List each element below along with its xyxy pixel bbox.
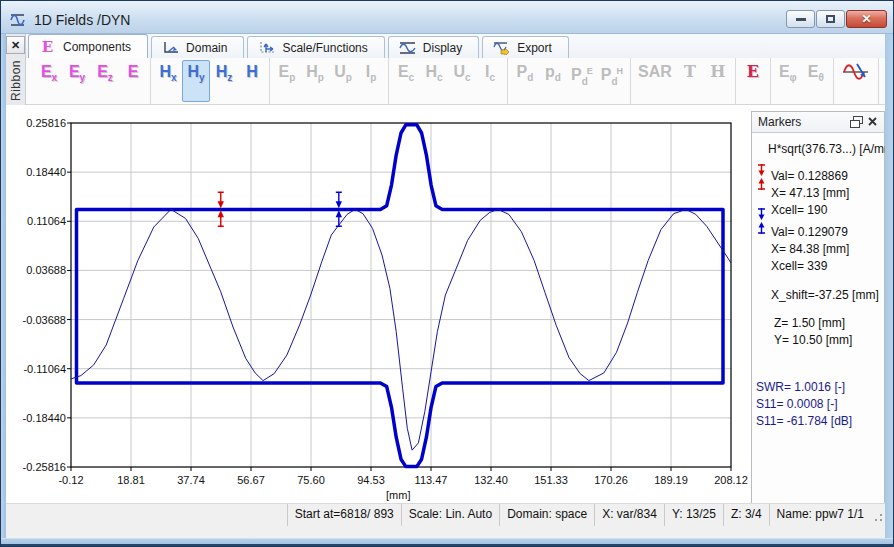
tab-scale-functions[interactable]: Scale/Functions <box>247 36 384 58</box>
e-button[interactable]: E <box>119 60 147 102</box>
h-button[interactable]: H <box>238 60 266 102</box>
component-glyph: PdH <box>601 62 623 91</box>
tab-export[interactable]: Export <box>482 36 569 58</box>
hp-button[interactable]: Hp <box>301 60 329 102</box>
ribbon-close-button[interactable]: ✕ <box>6 36 25 54</box>
tab-domain[interactable]: Domain <box>151 36 244 58</box>
s11-db-value: S11= -61.784 [dB] <box>756 414 852 428</box>
component-glyph: Hz <box>216 62 233 87</box>
waveform-button[interactable] <box>837 60 875 102</box>
ey-button[interactable]: Ey <box>63 60 91 102</box>
field-envelope-curve <box>77 125 724 467</box>
temp-button[interactable]: T <box>676 60 704 102</box>
y-coordinate: Y= 10.50 [mm] <box>774 333 852 347</box>
restore-icon <box>826 15 835 23</box>
etheta-button[interactable]: Eθ <box>802 60 830 102</box>
tab-label: Scale/Functions <box>282 41 367 55</box>
z-coordinate: Z= 1.50 [mm] <box>774 316 845 330</box>
toolbar-group-h-components: HxHyHzH <box>150 58 269 104</box>
ec-button[interactable]: Ec <box>392 60 420 102</box>
status-section-5: Z: 3/4 <box>723 504 769 526</box>
tab-display[interactable]: Display <box>388 36 479 58</box>
x-axis-unit-label: [mm] <box>386 489 410 501</box>
e-field-icon: E <box>39 39 56 54</box>
ic-button[interactable]: Ic <box>476 60 504 102</box>
hy-button[interactable]: Hy <box>182 60 210 102</box>
close-button[interactable]: ✕ <box>846 10 887 28</box>
component-glyph: Hp <box>306 62 324 87</box>
energy-button[interactable]: E <box>739 60 767 102</box>
y-tick-label: -0.03688 <box>6 314 66 326</box>
x-tick-label: 75.60 <box>281 474 341 486</box>
x-tick-label: 113.47 <box>401 474 461 486</box>
tab-label: Components <box>63 40 131 54</box>
x-tick-label: 18.81 <box>101 474 161 486</box>
waveform-icon <box>841 62 871 82</box>
ribbon-vertical-label: Ribbon <box>9 60 23 101</box>
ep-button[interactable]: Ep <box>273 60 301 102</box>
instantaneous-field-curve <box>71 209 731 450</box>
scale-functions-icon <box>258 40 275 55</box>
minimize-button[interactable] <box>786 10 815 28</box>
field-plot[interactable] <box>71 123 731 467</box>
hz-button[interactable]: Hz <box>210 60 238 102</box>
markers-panel-header[interactable]: Markers <box>752 112 884 133</box>
x-tick-label: 94.53 <box>341 474 401 486</box>
enth-button[interactable]: H <box>704 60 732 102</box>
component-glyph: H <box>246 62 258 81</box>
close-panel-icon[interactable] <box>867 116 880 128</box>
component-glyph: Ez <box>97 62 113 87</box>
hx-button[interactable]: Hx <box>154 60 182 102</box>
x-tick-label: 151.33 <box>521 474 581 486</box>
pdh-button[interactable]: PdH <box>597 60 627 102</box>
ribbon: ✕ Ribbon EComponentsDomainScale/Function… <box>6 34 885 105</box>
y-tick-label: 0.11064 <box>6 215 66 227</box>
component-glyph: Ec <box>398 62 414 87</box>
status-section-6: Name: ppw7 1/1 <box>769 504 871 526</box>
ribbon-side-strip: ✕ Ribbon <box>6 34 26 105</box>
marker1-xcell: Xcell= 190 <box>771 203 827 217</box>
titlebar[interactable]: 1D Fields /DYN ✕ <box>1 1 893 34</box>
toolbar-group-energy: E <box>735 58 770 104</box>
ribbon-toolbar: ExEyEzEHxHyHzHEpHpUpIpEcHcUcIcPdpdPdEPdH… <box>26 58 894 105</box>
ex-button[interactable]: Ex <box>35 60 63 102</box>
tab-components[interactable]: EComponents <box>28 34 148 58</box>
resize-grip[interactable] <box>871 504 885 526</box>
domain-axes-icon <box>162 40 179 55</box>
component-glyph: Ic <box>485 62 495 87</box>
ip-button[interactable]: Ip <box>357 60 385 102</box>
uc-button[interactable]: Uc <box>448 60 476 102</box>
status-section-2: Domain: space <box>499 504 594 526</box>
restore-button[interactable] <box>816 10 845 28</box>
up-button[interactable]: Up <box>329 60 357 102</box>
y-tick-label: -0.18440 <box>6 412 66 424</box>
status-section-1: Scale: Lin. Auto <box>401 504 499 526</box>
pd-button[interactable]: pd <box>539 60 567 102</box>
component-glyph: Hc <box>425 62 442 87</box>
x-tick-label: 56.67 <box>221 474 281 486</box>
marker-formula: H*sqrt(376.73...) [A/mm] <box>768 142 894 156</box>
pde-button[interactable]: PdE <box>567 60 597 102</box>
app-wave-icon <box>9 12 27 28</box>
component-glyph: pd <box>545 62 561 87</box>
plot-border <box>71 123 731 467</box>
component-glyph: Hx <box>159 62 176 87</box>
component-glyph: Eθ <box>808 62 824 87</box>
ribbon-tabs: EComponentsDomainScale/FunctionsDisplayE… <box>26 34 894 58</box>
status-section-0: Start at=6818/ 893 <box>287 504 401 526</box>
window-frame-left <box>1 34 6 546</box>
toolbar-group-e-components: ExEyEzE <box>32 58 150 104</box>
y-tick-label: 0.18440 <box>6 166 66 178</box>
float-panel-icon[interactable] <box>850 116 863 128</box>
pd-button[interactable]: Pd <box>511 60 539 102</box>
window-frame-right <box>885 34 893 546</box>
component-glyph: Eφ <box>779 62 797 87</box>
sar-button[interactable]: SAR <box>634 60 676 102</box>
toolbar-group-power-density: PdpdPdEPdH <box>507 58 630 104</box>
component-glyph: Ey <box>69 62 85 87</box>
hc-button[interactable]: Hc <box>420 60 448 102</box>
x-tick-label: -0.12 <box>41 474 101 486</box>
ez-button[interactable]: Ez <box>91 60 119 102</box>
tab-label: Display <box>423 41 462 55</box>
ephi-button[interactable]: Eφ <box>774 60 802 102</box>
